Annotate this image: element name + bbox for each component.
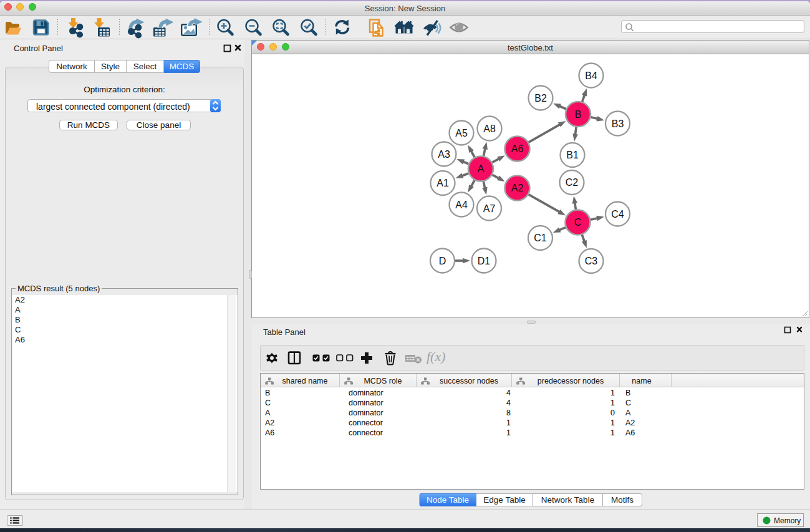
svg-text:B1: B1	[566, 150, 579, 160]
svg-text:A1: A1	[436, 178, 449, 188]
svg-text:C4: C4	[611, 209, 624, 220]
svg-text:A7: A7	[483, 203, 496, 214]
svg-text:A4: A4	[455, 200, 468, 210]
svg-text:C: C	[574, 217, 582, 228]
svg-text:B2: B2	[534, 93, 547, 104]
svg-text:B3: B3	[612, 118, 624, 129]
svg-text:D1: D1	[478, 256, 491, 266]
svg-text:B4: B4	[585, 70, 597, 81]
svg-text:A2: A2	[511, 183, 524, 193]
svg-text:A8: A8	[483, 123, 496, 134]
svg-text:C3: C3	[585, 256, 598, 266]
svg-text:A5: A5	[455, 128, 468, 138]
svg-text:D: D	[439, 256, 446, 266]
svg-text:C1: C1	[534, 233, 547, 243]
svg-text:A: A	[478, 163, 485, 174]
svg-text:A6: A6	[511, 143, 524, 154]
svg-text:A3: A3	[438, 149, 450, 160]
svg-text:B: B	[575, 109, 582, 120]
svg-text:C2: C2	[566, 177, 579, 188]
